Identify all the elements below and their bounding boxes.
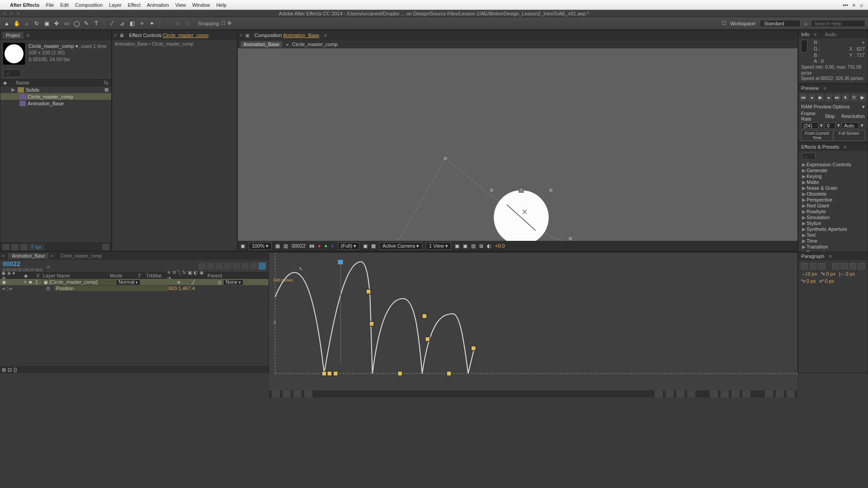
menu-layer[interactable]: Layer: [109, 2, 122, 8]
paragraph-tab[interactable]: Paragraph: [801, 253, 824, 259]
last-frame-button[interactable]: ⏭: [834, 94, 841, 101]
time-display[interactable]: 00022: [292, 243, 306, 249]
flowchart-icon[interactable]: ⊞: [479, 243, 483, 249]
pan-behind-tool[interactable]: ✥: [52, 19, 61, 28]
view-axis-icon[interactable]: ⊡: [184, 19, 192, 28]
ram-preview-button[interactable]: ▶: [859, 94, 866, 101]
channel-icon[interactable]: ●: [331, 243, 334, 249]
menu-composition[interactable]: Composition: [75, 2, 103, 8]
mute-button[interactable]: 🔇︎: [842, 94, 849, 101]
align-left-button[interactable]: [801, 263, 808, 269]
graph-editor[interactable]: 500 px/sec 0 ↖: [269, 253, 797, 390]
composition-target[interactable]: Animation_Base: [283, 33, 319, 38]
app-name[interactable]: After Effects: [10, 2, 39, 8]
interpret-footage-button[interactable]: [2, 244, 9, 250]
next-keyframe-button[interactable]: ▸: [10, 286, 13, 291]
effects-presets-tab[interactable]: Effects & Presets: [801, 144, 839, 150]
justify-left-button[interactable]: [832, 263, 839, 269]
effect-controls-target[interactable]: Circle_master_comp: [163, 33, 208, 38]
graph-keyframe[interactable]: [369, 321, 374, 326]
framerate-selector[interactable]: (24): [801, 122, 818, 129]
cti-head[interactable]: [338, 260, 343, 264]
breadcrumb-item[interactable]: Circle_master_comp: [292, 42, 338, 47]
effect-controls-tab[interactable]: Effect Controls: [129, 33, 161, 38]
pickwhip-icon[interactable]: ◎: [217, 279, 222, 285]
auto-keyframe-button[interactable]: [250, 263, 257, 270]
project-item-animation-base[interactable]: Animation_Base: [0, 100, 111, 107]
eraser-tool[interactable]: ◧: [128, 19, 136, 28]
stopwatch-icon[interactable]: ⊙: [46, 286, 50, 291]
always-preview-icon[interactable]: ▣: [241, 243, 245, 249]
show-transform-box-button[interactable]: [283, 390, 291, 398]
align-right-button[interactable]: [818, 263, 825, 269]
type-tool[interactable]: T: [92, 19, 100, 28]
effects-category[interactable]: ▶Red Giant: [800, 203, 866, 209]
brainstorm-button[interactable]: [241, 263, 249, 270]
menu-effect[interactable]: Effect: [128, 2, 141, 8]
zoom-tool[interactable]: ⌕: [23, 19, 31, 28]
effects-category[interactable]: ▶Obsolete: [800, 191, 866, 197]
effects-category[interactable]: ▶Keying: [800, 174, 866, 179]
ruler-icon[interactable]: ▦: [275, 243, 280, 249]
close-tab-icon[interactable]: ×: [240, 33, 242, 38]
align-center-button[interactable]: [810, 263, 816, 269]
bbox-handle[interactable]: [519, 188, 524, 192]
menu-animation[interactable]: Animation: [147, 2, 169, 8]
parent-selector[interactable]: None ▾: [223, 280, 243, 285]
menu-extras-icon[interactable]: •••: [843, 2, 848, 8]
toggle-modes-button[interactable]: ⊡: [8, 367, 12, 373]
resolution-selector[interactable]: Auto: [842, 122, 859, 129]
breadcrumb-item[interactable]: Animation_Base: [241, 41, 282, 47]
bbox-handle[interactable]: [490, 188, 494, 192]
bbox-handle[interactable]: [549, 188, 553, 192]
graph-editor-button[interactable]: [259, 263, 266, 270]
prev-keyframe-button[interactable]: ◂: [2, 286, 5, 291]
project-columns[interactable]: ◆ Name Ty: [0, 79, 111, 86]
easy-ease-in-button[interactable]: [776, 390, 784, 398]
convert-auto-bezier-button[interactable]: [742, 390, 750, 398]
separate-dimensions-button[interactable]: [687, 390, 695, 398]
timeline-tab-animation-base[interactable]: Animation_Base: [8, 253, 48, 259]
draft-3d-button[interactable]: [207, 263, 214, 270]
panel-menu-icon[interactable]: ≡: [844, 144, 846, 150]
selection-tool[interactable]: ▲: [3, 19, 11, 28]
views-selector[interactable]: 1 View ▾: [426, 242, 451, 250]
roto-tool[interactable]: ✧: [138, 19, 146, 28]
fit-selection-button[interactable]: [655, 390, 663, 398]
current-time-indicator[interactable]: [340, 260, 341, 364]
menu-help[interactable]: Help: [216, 2, 226, 8]
menu-window[interactable]: Window: [192, 2, 210, 8]
effects-category[interactable]: ▶Expression Controls: [800, 162, 866, 168]
close-tab-icon[interactable]: ×: [114, 33, 117, 38]
snapshot-icon[interactable]: 📷︎: [309, 243, 314, 249]
keyframe-handle[interactable]: [568, 236, 573, 241]
dropdown-icon[interactable]: ▾: [862, 104, 865, 110]
effects-category[interactable]: ▶Generate: [800, 168, 866, 174]
resolution-selector[interactable]: (Full) ▾: [338, 242, 359, 250]
hand-tool[interactable]: ✋: [13, 19, 21, 28]
delete-button[interactable]: [102, 244, 109, 250]
graph-keyframe[interactable]: [447, 371, 451, 376]
notification-icon[interactable]: ≡: [853, 2, 855, 8]
space-before-input[interactable]: *≡ 0 px: [801, 278, 816, 284]
new-folder-button[interactable]: [11, 244, 19, 250]
audio-tab[interactable]: Audio: [821, 31, 840, 38]
clone-tool[interactable]: ⊿: [118, 19, 126, 28]
timeline-column-header[interactable]: ◉ ◈ ● 🔒︎ ◆ # Layer Name Mode T TrkMat ✳ …: [0, 272, 269, 279]
search-help-input[interactable]: [811, 20, 865, 27]
lock-icon[interactable]: 🔒︎: [119, 33, 124, 38]
play-button[interactable]: ▶: [817, 94, 824, 101]
effects-category[interactable]: ▶Perspective: [800, 197, 866, 203]
composition-viewer[interactable]: ✕: [238, 48, 797, 241]
timeline-search-icon[interactable]: ⌕: [47, 263, 50, 269]
motion-blur-button[interactable]: [233, 263, 240, 270]
spotlight-icon[interactable]: ⌕: [860, 1, 863, 8]
channel-icon[interactable]: ●: [318, 243, 321, 249]
pixel-aspect-icon[interactable]: ▣: [455, 243, 459, 249]
camera-selector[interactable]: Active Camera ▾: [379, 242, 422, 250]
project-tab[interactable]: Project: [2, 32, 24, 39]
effects-category[interactable]: ▶Matte: [800, 179, 866, 185]
composition-tab[interactable]: Composition: [254, 33, 282, 38]
roi-icon[interactable]: ▣: [363, 243, 368, 249]
indent-left-input[interactable]: →| 0 px: [801, 271, 817, 277]
